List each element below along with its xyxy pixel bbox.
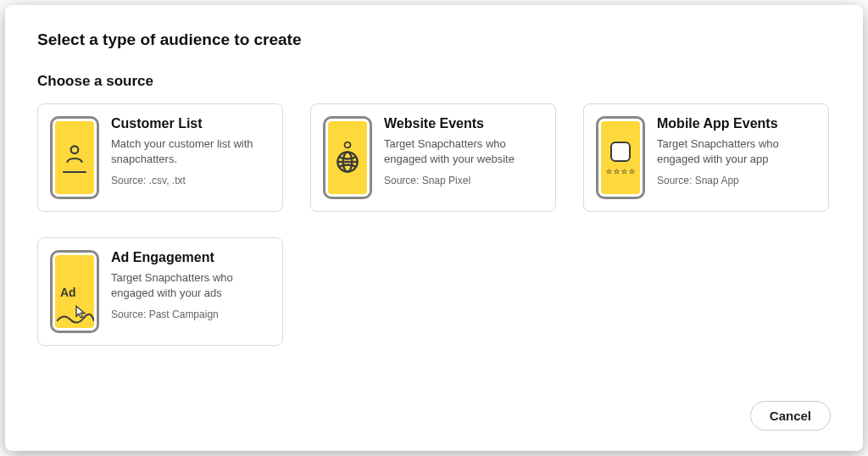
card-title: Customer List — [111, 116, 270, 131]
card-desc: Match your customer list with snapchatte… — [111, 136, 270, 166]
audience-type-modal: Select a type of audience to create Choo… — [5, 5, 863, 451]
card-source: Source: Past Campaign — [111, 309, 270, 320]
cancel-button[interactable]: Cancel — [750, 401, 831, 431]
phone-screen: Ad — [55, 255, 94, 328]
section-title: Choose a source — [37, 73, 831, 90]
card-source: Source: .csv, .txt — [111, 175, 270, 186]
wave-icon — [57, 313, 94, 325]
svg-point-0 — [71, 146, 79, 153]
phone-illustration: Ad — [50, 250, 99, 333]
star-icon — [614, 169, 620, 175]
user-icon — [64, 142, 86, 164]
phone-illustration — [596, 116, 645, 199]
card-website-events[interactable]: Website Events Target Snapchatters who e… — [310, 103, 556, 212]
user-head-icon — [337, 142, 358, 148]
star-icon — [606, 169, 612, 175]
card-desc: Target Snapchatters who engaged with you… — [384, 136, 543, 166]
phone-illustration — [50, 116, 99, 199]
phone-screen — [328, 121, 367, 194]
card-source: Source: Snap App — [657, 175, 816, 186]
card-body: Website Events Target Snapchatters who e… — [384, 116, 543, 199]
card-desc: Target Snapchatters who engaged with you… — [657, 136, 816, 166]
card-body: Ad Engagement Target Snapchatters who en… — [111, 250, 270, 333]
modal-footer: Cancel — [37, 387, 831, 431]
card-ad-engagement[interactable]: Ad Ad Engagement Target Snapchatters who… — [37, 237, 283, 346]
source-cards: Customer List Match your customer list w… — [37, 103, 831, 346]
card-body: Mobile App Events Target Snapchatters wh… — [657, 116, 816, 199]
card-title: Website Events — [384, 116, 543, 131]
page-title: Select a type of audience to create — [37, 31, 831, 49]
svg-point-1 — [345, 142, 351, 148]
card-desc: Target Snapchatters who engaged with you… — [111, 270, 270, 300]
card-title: Mobile App Events — [657, 116, 816, 131]
star-icon — [621, 169, 627, 175]
app-icon — [610, 142, 631, 162]
card-body: Customer List Match your customer list w… — [111, 116, 270, 199]
phone-screen — [601, 121, 640, 194]
phone-screen — [55, 121, 94, 194]
card-mobile-app-events[interactable]: Mobile App Events Target Snapchatters wh… — [583, 103, 829, 212]
card-title: Ad Engagement — [111, 250, 270, 265]
card-source: Source: Snap Pixel — [384, 175, 543, 186]
star-icon — [629, 169, 635, 175]
card-customer-list[interactable]: Customer List Match your customer list w… — [37, 103, 283, 212]
ad-label: Ad — [60, 286, 76, 299]
globe-icon — [336, 150, 359, 174]
stars-icon — [606, 169, 635, 175]
line-icon — [63, 171, 86, 173]
phone-illustration — [323, 116, 372, 199]
